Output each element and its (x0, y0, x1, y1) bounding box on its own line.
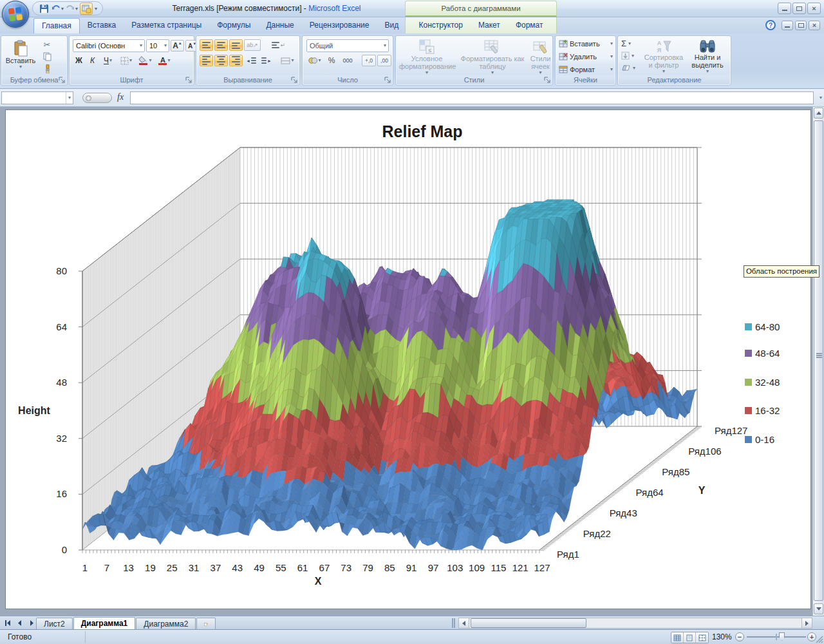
close-button[interactable]: × (807, 3, 821, 14)
format-as-table-button[interactable]: Форматировать как таблицу ▾ (458, 37, 527, 76)
italic-button[interactable]: К (86, 55, 98, 66)
styles-dialog-launcher[interactable] (544, 77, 551, 84)
scroll-right-button[interactable] (801, 618, 812, 628)
clipboard-dialog-launcher[interactable] (59, 77, 66, 84)
horizontal-scroll-thumb[interactable] (471, 618, 586, 628)
zoom-out-button[interactable]: − (735, 632, 744, 641)
vertical-scrollbar[interactable] (812, 107, 824, 616)
align-right-button[interactable] (229, 55, 243, 66)
font-name-select[interactable]: Calibri (Основн▾ (73, 39, 145, 52)
insert-cells-button[interactable]: Вставить ▾ (559, 39, 613, 48)
legend-entry[interactable]: 64-80 (745, 321, 780, 332)
percent-style-button[interactable]: % (325, 55, 338, 66)
align-center-button[interactable] (214, 55, 228, 66)
resize-grip-icon[interactable] (815, 635, 823, 643)
accounting-format-button[interactable]: ▾ (306, 55, 324, 66)
clear-button[interactable]: ▾ (621, 64, 636, 72)
sheet-tab-diagramma2[interactable]: Диаграмма2 (136, 618, 196, 630)
office-button[interactable] (2, 1, 29, 28)
tab-razmetka[interactable]: Разметка страницы (124, 18, 209, 33)
tab-format[interactable]: Формат (508, 18, 551, 33)
fill-color-button[interactable]: ▾ (136, 55, 154, 66)
page-break-view-button[interactable] (696, 632, 708, 643)
scroll-left-button[interactable] (459, 618, 469, 628)
chart-title[interactable]: Relief Map (382, 122, 462, 141)
normal-view-button[interactable] (671, 632, 684, 643)
autosum-button[interactable]: Σ ▾ (621, 39, 632, 48)
tab-konstruktor[interactable]: Конструктор (411, 18, 470, 33)
workbook-minimize-button[interactable] (782, 21, 793, 30)
format-painter-button[interactable] (40, 63, 54, 75)
redo-button[interactable]: ▾ (66, 3, 79, 15)
merge-center-button[interactable]: ▾ (279, 55, 297, 66)
format-cells-button[interactable]: Формат ▾ (559, 65, 613, 73)
increase-font-button[interactable]: A▲ (171, 40, 184, 52)
save-button[interactable] (37, 3, 50, 15)
formula-bar-expand-icon[interactable]: ▾ (819, 95, 822, 100)
insert-sheet-tab[interactable] (196, 618, 216, 630)
name-box[interactable]: ▾ (1, 91, 73, 104)
legend-entry[interactable]: 0-16 (745, 433, 774, 445)
sheet-tab-list2[interactable]: Лист2 (36, 618, 73, 630)
scroll-up-button[interactable] (814, 108, 823, 118)
alignment-dialog-launcher[interactable] (291, 77, 298, 84)
series-axis-title[interactable]: Y (698, 485, 706, 496)
conditional-formatting-button[interactable]: ≤ Условное форматирование ▾ (398, 37, 455, 76)
legend-entry[interactable]: 32-48 (745, 376, 780, 388)
redo-dropdown-icon[interactable]: ▾ (75, 6, 79, 12)
scroll-down-button[interactable] (814, 603, 823, 614)
cut-button[interactable]: ✂ (40, 39, 54, 50)
increase-decimal-button[interactable]: +,0 (362, 55, 376, 66)
align-bottom-button[interactable] (229, 39, 243, 51)
tab-recenzirovanie[interactable]: Рецензирование (302, 18, 377, 33)
increase-indent-button[interactable]: ► (259, 55, 274, 66)
comma-style-button[interactable]: 000 (339, 55, 356, 66)
legend-entry[interactable]: 48-64 (745, 347, 780, 359)
borders-button[interactable]: ▾ (118, 55, 135, 66)
formula-input[interactable] (130, 91, 814, 104)
orientation-button[interactable]: ab↗ (244, 39, 261, 51)
chart-canvas[interactable]: 0163248648017131925313743495561677379859… (0, 107, 812, 616)
bold-button[interactable]: Ж (73, 55, 85, 66)
font-dialog-launcher[interactable] (185, 77, 192, 84)
tab-glavnaya[interactable]: Главная (33, 18, 80, 33)
x-axis-title[interactable]: X (315, 576, 322, 587)
tab-vstavka[interactable]: Вставка (80, 18, 124, 33)
number-dialog-launcher[interactable] (384, 77, 391, 84)
legend-entry[interactable]: 16-32 (745, 404, 780, 416)
page-layout-view-button[interactable] (684, 632, 696, 643)
first-sheet-button[interactable] (2, 618, 13, 629)
font-size-select[interactable]: 10▾ (146, 39, 169, 52)
find-select-button[interactable]: Найти и выделить ▾ (686, 37, 729, 76)
sheet-tab-diagramma1[interactable]: Диаграмма1 (73, 617, 136, 630)
value-axis-title[interactable]: Height (18, 405, 50, 416)
decrease-decimal-button[interactable]: ,00 (377, 55, 391, 66)
sort-filter-button[interactable]: А Я Сортировка и фильтр ▾ (642, 37, 685, 76)
qat-customize-dropdown-icon[interactable]: ▾ (94, 6, 98, 12)
decrease-indent-button[interactable]: ◄ (244, 55, 258, 66)
restore-button[interactable] (792, 3, 806, 14)
align-middle-button[interactable] (214, 39, 228, 51)
workbook-restore-button[interactable] (795, 21, 807, 30)
vertical-scroll-thumb[interactable] (814, 120, 823, 601)
fill-button[interactable]: ▾ (621, 52, 635, 60)
undo-dropdown-icon[interactable]: ▾ (61, 6, 64, 12)
copy-button[interactable] (40, 51, 54, 62)
delete-cells-button[interactable]: Удалить ▾ (559, 52, 613, 61)
prev-sheet-button[interactable] (14, 618, 25, 629)
align-top-button[interactable] (200, 39, 213, 51)
wrap-text-button[interactable]: ↵ (271, 39, 286, 51)
paste-button[interactable]: Вставить ▾ (5, 38, 36, 77)
horizontal-scrollbar[interactable] (458, 618, 812, 629)
zoom-level-label[interactable]: 130% (712, 630, 732, 644)
qat-custom-button[interactable] (80, 3, 93, 15)
tab-vid[interactable]: Вид (377, 18, 406, 33)
insert-function-button[interactable]: fx (117, 92, 124, 102)
font-color-button[interactable]: А ▾ (156, 55, 174, 66)
zoom-slider-thumb[interactable] (779, 632, 785, 641)
name-box-dropdown-icon[interactable]: ▾ (66, 92, 73, 104)
minimize-button[interactable] (778, 3, 791, 14)
formula-bar-handle[interactable] (82, 93, 112, 103)
tab-formuly[interactable]: Формулы (209, 18, 258, 33)
align-left-button[interactable] (200, 55, 213, 66)
